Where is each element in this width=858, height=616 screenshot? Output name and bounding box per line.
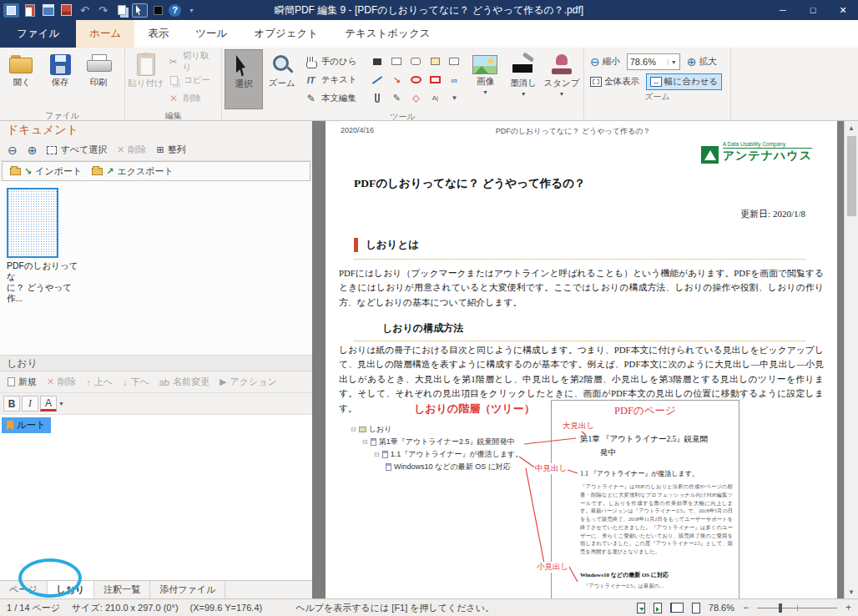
filled-rect-tool-icon[interactable]	[368, 53, 386, 70]
ellipse-tool-icon[interactable]	[406, 71, 425, 88]
gallery-more-icon[interactable]: ▼	[445, 89, 463, 107]
zoom-slider-thumb[interactable]	[779, 603, 782, 613]
zoom-combo-dropdown-icon[interactable]: ▼	[668, 59, 677, 65]
send-page-status-icon[interactable]	[654, 603, 662, 613]
tab-object[interactable]: オブジェクト	[240, 20, 331, 48]
new-document-icon[interactable]	[22, 3, 38, 18]
select-all-button[interactable]: すべて選択	[43, 142, 111, 158]
redact-button[interactable]: 墨消し ▼	[504, 49, 543, 109]
vertical-scrollbar[interactable]: ▲ ▼	[844, 121, 858, 598]
panel-tab-bookmark[interactable]: しおり	[48, 581, 95, 598]
note-tool-icon[interactable]	[387, 53, 406, 70]
bookmark-new-button[interactable]: 新規	[3, 374, 41, 390]
page-heading-1: 第1章 『アウトライナー2.5』鋭意開	[580, 434, 708, 445]
thumbnail-smaller-button[interactable]: ⊖	[3, 143, 22, 158]
bookmark-delete-button[interactable]: ✕ 削除	[43, 374, 80, 390]
frame-tool-icon[interactable]	[445, 53, 463, 70]
thumbnail-larger-button[interactable]: ⊕	[23, 143, 42, 158]
edit-body-button[interactable]: ✎ 本文編集	[301, 89, 366, 108]
select-tool-button[interactable]: 選択	[225, 49, 263, 109]
font-color-dropdown-icon[interactable]: ▼	[58, 401, 64, 406]
print-button[interactable]: 印刷	[79, 49, 118, 109]
bookmark-item-root[interactable]: ルート	[2, 417, 51, 433]
page-layout-status-icon[interactable]	[670, 603, 684, 613]
tab-file[interactable]: ファイル	[0, 20, 76, 48]
zoom-out-button[interactable]: ⊖ 縮小	[587, 54, 623, 69]
close-button[interactable]: ✕	[828, 0, 858, 20]
tab-textbox[interactable]: テキストボックス	[331, 20, 443, 48]
callout-tool-icon[interactable]	[406, 53, 425, 70]
close-document-icon[interactable]	[58, 3, 74, 18]
page-thumbnail[interactable]	[7, 188, 58, 258]
hand-tool-button[interactable]: 手のひら	[301, 53, 366, 71]
image-dropdown-icon[interactable]: ▼	[482, 89, 488, 95]
delete-pages-button[interactable]: ✕ 削除	[113, 142, 150, 158]
select-tool-qat-icon[interactable]	[132, 3, 148, 18]
status-page-info: 1 / 14 ページ	[7, 602, 60, 614]
maximize-button[interactable]: □	[798, 0, 828, 20]
ribbon-group-zoom: ⊖ 縮小 78.6% ▼ ⊕ 拡大 全体表示	[584, 48, 731, 120]
fit-width-button[interactable]: ↔ 幅に合わせる	[646, 73, 722, 90]
bookmark-down-button[interactable]: ↓ 下へ	[119, 374, 154, 390]
import-button[interactable]: ↘ インポート	[6, 164, 86, 179]
save-button[interactable]: 保存	[41, 49, 79, 109]
panel-tab-annotations[interactable]: 注釈一覧	[94, 581, 150, 598]
page-body-text-2: 『アウトライナー2.5』は最新の…	[583, 583, 733, 590]
tab-view[interactable]: 表示	[134, 20, 182, 48]
arrange-grid-icon: ⊞	[156, 144, 164, 155]
fit-page-button[interactable]: 全体表示	[587, 74, 643, 89]
copy-icon[interactable]	[114, 3, 129, 18]
panel-tab-attachments[interactable]: 添付ファイル	[150, 581, 225, 598]
pencil-tool-icon[interactable]: ✎	[387, 89, 406, 107]
open-button[interactable]: 開く	[3, 49, 41, 109]
redo-icon[interactable]: ↷	[95, 3, 111, 18]
arrow-tool-icon[interactable]: ↘	[387, 71, 406, 88]
undo-icon[interactable]: ↶	[77, 3, 93, 18]
text-cursor-tool-icon[interactable]: A|	[426, 89, 444, 107]
bookmark-down-icon: ↓	[123, 377, 128, 387]
rect-tool-icon[interactable]	[426, 71, 444, 88]
minimize-button[interactable]: ─	[768, 0, 798, 20]
text-tool-button[interactable]: IT テキスト	[301, 71, 366, 89]
panel-tab-page[interactable]: ページ	[0, 581, 48, 598]
arrange-button[interactable]: ⊞ 整列	[152, 142, 189, 158]
font-color-button[interactable]: A	[40, 396, 57, 412]
scroll-up-icon[interactable]: ▲	[845, 121, 858, 134]
zoom-slider-minus-icon[interactable]: −	[743, 602, 749, 613]
bold-button[interactable]: B	[3, 396, 20, 412]
help-icon[interactable]: ?	[169, 4, 181, 17]
export-page-status-icon[interactable]	[637, 603, 645, 613]
bookmark-rename-button[interactable]: ab 名前変更	[155, 374, 214, 390]
stamp-dropdown-icon[interactable]: ▼	[559, 91, 565, 97]
polygon-tool-icon[interactable]: ◇	[406, 89, 425, 107]
stamp-button[interactable]: スタンプ ▼	[543, 49, 581, 109]
copy-button[interactable]: コピー	[164, 71, 219, 89]
tab-home[interactable]: ホーム	[76, 20, 134, 48]
zoom-level-combo[interactable]: 78.6% ▼	[627, 53, 680, 70]
bookmark-action-button[interactable]: ▶ アクション	[215, 374, 281, 390]
attach-tool-icon[interactable]	[368, 89, 386, 107]
save-icon[interactable]	[40, 3, 56, 18]
stop-icon[interactable]	[150, 3, 166, 18]
export-button[interactable]: ↗ エクスポート	[88, 164, 178, 179]
link-tool-icon[interactable]: ∞	[445, 71, 463, 88]
paste-button[interactable]: 貼り付け	[128, 49, 164, 109]
bookmark-up-button[interactable]: ↑ 上へ	[82, 374, 117, 390]
zoom-tool-button[interactable]: ズーム	[263, 49, 301, 109]
zoom-in-button[interactable]: ⊕ 拡大	[684, 54, 720, 69]
delete-button[interactable]: ✕ 削除	[164, 89, 219, 108]
scroll-down-icon[interactable]: ▼	[845, 585, 858, 598]
image-button[interactable]: 画像 ▼	[466, 49, 504, 109]
tab-tools[interactable]: ツール	[182, 20, 240, 48]
zoom-slider-plus-icon[interactable]: +	[845, 602, 851, 613]
cut-button[interactable]: ✂ 切り取り	[164, 53, 219, 71]
highlight-tool-icon[interactable]	[426, 53, 444, 70]
line-tool-icon[interactable]	[368, 71, 386, 88]
redact-dropdown-icon[interactable]: ▼	[521, 91, 527, 97]
scrollbar-thumb[interactable]	[847, 136, 856, 216]
italic-button[interactable]: I	[22, 396, 38, 412]
pdf-page: 2020/4/16 PDFのしおりってなに？ どうやって作るの？ A Data …	[326, 121, 837, 598]
qat-dropdown-icon[interactable]: ▼	[184, 3, 199, 18]
zoom-slider[interactable]	[757, 603, 837, 613]
single-page-status-icon[interactable]	[692, 603, 700, 613]
